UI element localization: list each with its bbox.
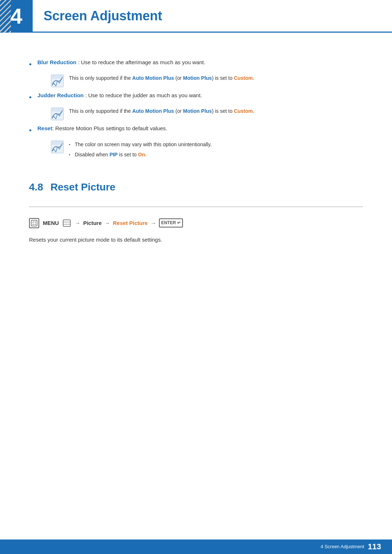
sub-bullet-square-1: ▪ xyxy=(69,141,70,148)
menu-grid-icon xyxy=(62,219,72,227)
footer-page-number: 113 xyxy=(368,540,381,553)
bullet-dot: • xyxy=(29,58,32,70)
section-description: Resets your current picture mode to its … xyxy=(29,235,363,244)
judder-reduction-note-text: This is only supported if the Auto Motio… xyxy=(69,107,254,115)
blur-reduction-note-text: This is only supported if the Auto Motio… xyxy=(69,74,254,82)
note-icon-judder xyxy=(51,107,64,120)
page-footer: 4 Screen Adjustment 113 xyxy=(0,539,392,554)
svg-point-8 xyxy=(35,221,36,222)
note-icon-blur xyxy=(51,74,64,87)
section-heading: 4.8 Reset Picture xyxy=(29,179,363,196)
section-number: 4.8 xyxy=(29,179,43,196)
section-title: Reset Picture xyxy=(50,179,115,196)
reset-label: Reset xyxy=(37,125,52,131)
motion-plus-label2: Motion Plus xyxy=(183,108,212,114)
reset-after: : Restore Motion Plus settings to defaul… xyxy=(52,125,167,131)
page-header: 4 Screen Adjustment xyxy=(0,0,392,33)
svg-point-9 xyxy=(33,223,34,225)
section-divider xyxy=(29,206,363,207)
reset-text: Reset: Restore Motion Plus settings to d… xyxy=(37,124,167,133)
svg-rect-11 xyxy=(63,220,70,226)
content-area: • Blur Reduction : Use to reduce the aft… xyxy=(0,47,392,255)
reset-note-block: ▪ The color on screen may vary with this… xyxy=(51,140,363,161)
blur-reduction-text: Blur Reduction : Use to reduce the after… xyxy=(37,58,205,67)
judder-reduction-after: : Use to reduce the judder as much as yo… xyxy=(84,92,202,98)
svg-rect-6 xyxy=(31,220,37,226)
bullet-dot-3: • xyxy=(29,124,32,136)
menu-arrow-1: → xyxy=(75,219,80,227)
svg-point-10 xyxy=(35,223,36,225)
blur-reduction-after: : Use to reduce the afterimage as much a… xyxy=(77,59,205,65)
custom-label: Custom xyxy=(234,75,253,81)
bullet-item-blur-reduction: • Blur Reduction : Use to reduce the aft… xyxy=(29,58,363,70)
menu-label: MENU xyxy=(43,219,59,227)
custom-label2: Custom xyxy=(234,108,253,114)
reset-sub-bullet-2: ▪ Disabled when PIP is set to On. xyxy=(69,151,212,159)
note-icon-reset xyxy=(51,140,64,153)
svg-point-7 xyxy=(33,221,34,222)
menu-path: MENU → Picture → Reset Picture → ENTER ↵ xyxy=(29,218,363,228)
bullet-section: • Blur Reduction : Use to reduce the aft… xyxy=(29,58,363,161)
motion-plus-label: Motion Plus xyxy=(183,75,212,81)
footer-label: 4 Screen Adjustment xyxy=(320,543,364,551)
auto-motion-plus-label: Auto Motion Plus xyxy=(132,75,174,81)
blur-reduction-label: Blur Reduction xyxy=(37,59,77,65)
menu-arrow-2: → xyxy=(105,219,110,227)
blur-reduction-note: This is only supported if the Auto Motio… xyxy=(51,74,363,87)
reset-sub-text-2: Disabled when PIP is set to On. xyxy=(75,151,147,159)
chapter-title-area: Screen Adjustment xyxy=(33,0,392,33)
svg-rect-5 xyxy=(52,141,63,145)
menu-remote-icon xyxy=(29,218,39,228)
judder-reduction-text: Judder Reduction : Use to reduce the jud… xyxy=(37,91,202,100)
reset-sub-text-1: The color on screen may vary with this o… xyxy=(75,140,212,148)
reset-sub-bullets: ▪ The color on screen may vary with this… xyxy=(69,140,212,161)
pip-label: PIP xyxy=(110,152,118,157)
judder-reduction-note: This is only supported if the Auto Motio… xyxy=(51,107,363,120)
chapter-block: 4 Screen Adjustment xyxy=(0,0,392,33)
bullet-item-reset: • Reset: Restore Motion Plus settings to… xyxy=(29,124,363,136)
reset-sub-bullet-1: ▪ The color on screen may vary with this… xyxy=(69,140,212,148)
svg-rect-3 xyxy=(52,108,63,112)
enter-icon: ENTER ↵ xyxy=(159,218,183,227)
sub-bullet-square-2: ▪ xyxy=(69,152,70,158)
chapter-title: Screen Adjustment xyxy=(44,5,162,26)
bullet-item-judder-reduction: • Judder Reduction : Use to reduce the j… xyxy=(29,91,363,103)
stripe-decoration xyxy=(0,0,11,33)
bullet-dot-2: • xyxy=(29,91,32,103)
svg-rect-1 xyxy=(52,75,63,79)
enter-symbol: ↵ xyxy=(177,219,181,226)
menu-path2: Reset Picture xyxy=(113,219,148,227)
judder-reduction-label: Judder Reduction xyxy=(37,92,84,98)
auto-motion-plus-label2: Auto Motion Plus xyxy=(132,108,174,114)
enter-label: ENTER xyxy=(161,219,176,226)
menu-path1: Picture xyxy=(83,219,102,227)
menu-arrow-3: → xyxy=(151,219,156,227)
on-label: On xyxy=(138,152,145,157)
